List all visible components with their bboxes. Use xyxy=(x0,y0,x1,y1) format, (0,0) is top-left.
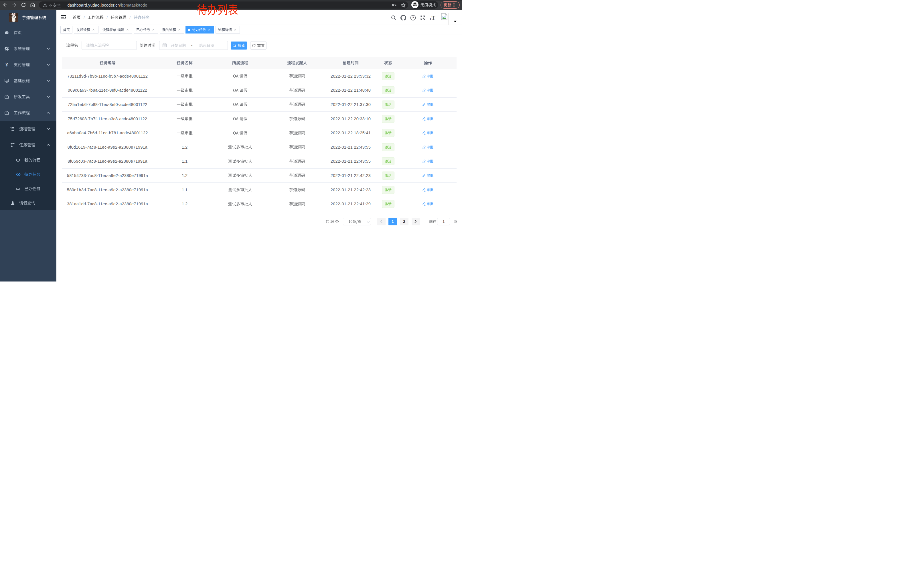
svg-text:¥: ¥ xyxy=(6,63,8,67)
svg-text:T: T xyxy=(432,15,435,20)
svg-text:?: ? xyxy=(412,16,414,20)
